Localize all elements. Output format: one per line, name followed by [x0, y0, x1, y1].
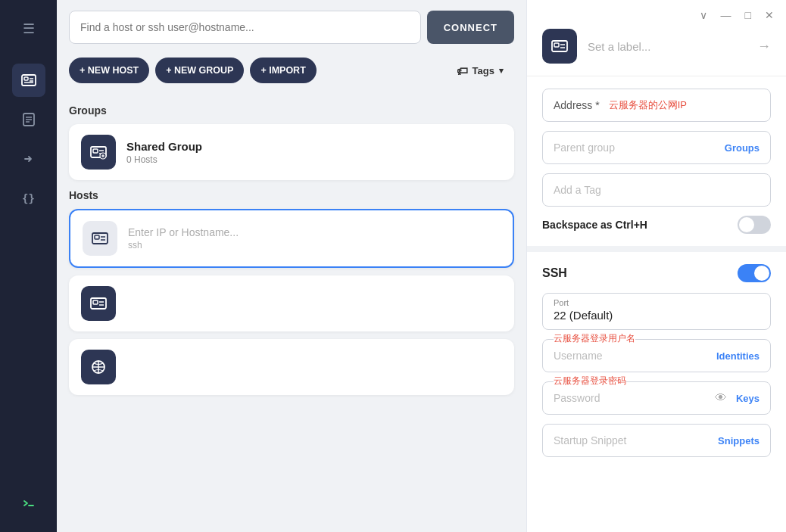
ssh-toggle[interactable]	[738, 264, 771, 282]
keys-link[interactable]: Keys	[736, 393, 759, 404]
terminal-icon	[21, 496, 36, 511]
host-card-1[interactable]: Enter IP or Hostname... ssh	[69, 209, 514, 268]
backspace-row: Backspace as Ctrl+H	[542, 216, 771, 234]
window-controls: ∨ — □ ✕	[527, 0, 786, 21]
svg-rect-22	[93, 300, 98, 304]
snippet-placeholder: Startup Snippet	[554, 434, 718, 446]
group-icon	[81, 135, 116, 170]
password-row: 云服务器登录密码 Password 👁 Keys	[542, 381, 771, 415]
hamburger-menu[interactable]: ☰	[12, 12, 45, 45]
port-label: Port	[554, 298, 759, 307]
chevron-down-button[interactable]: ∨	[700, 9, 707, 21]
maximize-button[interactable]: □	[745, 9, 751, 21]
main-area: CONNECT + NEW HOST + NEW GROUP + IMPORT …	[57, 0, 786, 532]
left-panel: CONNECT + NEW HOST + NEW GROUP + IMPORT …	[57, 0, 526, 532]
host-card-2[interactable]	[69, 275, 514, 331]
backspace-label: Backspace as Ctrl+H	[542, 219, 738, 231]
port-group: Port 22 (Default)	[542, 293, 771, 330]
host-info-1: Enter IP or Hostname... ssh	[128, 226, 239, 250]
host-icon-1	[83, 221, 117, 256]
connect-button[interactable]: CONNECT	[427, 11, 514, 44]
sidebar-item-files[interactable]	[12, 103, 45, 136]
port-value: 22 (Default)	[554, 309, 759, 322]
files-icon	[21, 112, 36, 127]
new-host-button[interactable]: + NEW HOST	[69, 58, 149, 83]
right-arrow-icon: →	[757, 39, 771, 54]
chevron-down-icon: ▾	[499, 66, 504, 76]
host-card-3[interactable]	[69, 339, 514, 395]
action-bar: + NEW HOST + NEW GROUP + IMPORT 🏷 Tags ▾	[57, 54, 526, 92]
password-placeholder: Password	[554, 392, 715, 404]
parent-group-label: Parent group	[554, 142, 725, 154]
sidebar-item-code[interactable]: {}	[12, 182, 45, 215]
sidebar-item-terminal[interactable]	[12, 487, 45, 520]
ssh-title: SSH	[542, 266, 738, 280]
svg-rect-18	[95, 235, 99, 239]
group-name: Shared Group	[126, 140, 202, 153]
eye-icon: 👁	[715, 391, 727, 405]
groups-link[interactable]: Groups	[725, 142, 759, 154]
svg-rect-1	[24, 77, 28, 80]
ssh-toggle-knob	[754, 266, 769, 281]
group-info: Shared Group 0 Hosts	[126, 140, 202, 165]
host-icon-3	[81, 350, 116, 384]
backspace-toggle[interactable]	[738, 216, 771, 234]
ssh-header: SSH	[542, 264, 771, 282]
right-header: Set a label... →	[527, 21, 786, 76]
panel-content: Groups Shared Group 0 Hosts	[57, 92, 526, 532]
hosts-section-title: Hosts	[69, 189, 514, 201]
search-input[interactable]	[69, 11, 421, 44]
parent-group-row: Parent group Groups	[542, 131, 771, 164]
username-placeholder: Username	[554, 350, 716, 362]
tags-label: Tags	[473, 65, 494, 76]
password-overlay: 云服务器登录密码	[554, 375, 626, 387]
address-label: Address *	[554, 99, 600, 111]
svg-rect-29	[554, 43, 559, 47]
hosts-icon	[20, 72, 37, 89]
tag-input[interactable]	[542, 173, 771, 207]
sidebar-item-forward[interactable]	[12, 142, 45, 176]
ssh-section: SSH Port 22 (Default) 云服务器登录用户名 Username…	[527, 252, 786, 469]
tag-row	[542, 173, 771, 207]
minimize-button[interactable]: —	[721, 9, 731, 21]
sidebar: ☰ {}	[0, 0, 57, 532]
forward-icon	[21, 151, 36, 166]
address-value: 云服务器的公网IP	[609, 98, 759, 112]
import-button[interactable]: + IMPORT	[250, 58, 316, 83]
svg-rect-11	[93, 149, 98, 153]
username-overlay: 云服务器登录用户名	[554, 332, 635, 345]
top-bar: CONNECT	[57, 0, 526, 54]
host-type-1: ssh	[128, 240, 239, 250]
address-row: Address * 云服务器的公网IP	[542, 89, 771, 122]
right-panel: ∨ — □ ✕ Set a label... → Add	[526, 0, 786, 532]
shared-group-card[interactable]: Shared Group 0 Hosts	[69, 124, 514, 180]
group-sub: 0 Hosts	[126, 154, 202, 165]
toggle-knob	[739, 217, 754, 232]
right-header-icon	[542, 29, 577, 64]
host-icon-2	[81, 286, 116, 321]
sidebar-item-hosts[interactable]	[12, 64, 45, 97]
code-icon: {}	[22, 192, 35, 204]
form-section: Address * 云服务器的公网IP Parent group Groups …	[527, 76, 786, 252]
tag-icon: 🏷	[457, 64, 468, 77]
hamburger-icon: ☰	[23, 20, 35, 37]
snippets-link[interactable]: Snippets	[718, 435, 759, 446]
right-header-label: Set a label...	[588, 40, 747, 53]
close-button[interactable]: ✕	[765, 9, 774, 21]
groups-section-title: Groups	[69, 104, 514, 117]
tags-button[interactable]: 🏷 Tags ▾	[446, 58, 514, 83]
identities-link[interactable]: Identities	[716, 350, 759, 362]
snippet-row: Startup Snippet Snippets	[542, 424, 771, 457]
new-group-button[interactable]: + NEW GROUP	[155, 58, 244, 83]
username-row: 云服务器登录用户名 Username Identities	[542, 339, 771, 372]
host-name-1: Enter IP or Hostname...	[128, 226, 239, 238]
